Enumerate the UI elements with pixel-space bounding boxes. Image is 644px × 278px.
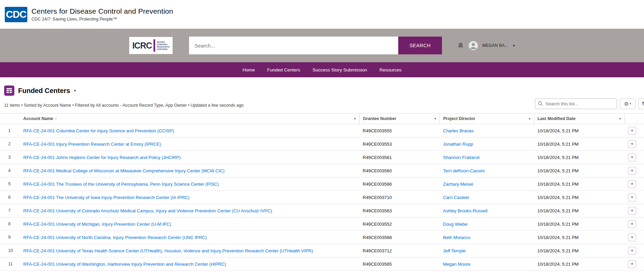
nav-item-resources[interactable]: Resources [379,67,402,72]
account-name-link[interactable]: RFA-CE-24-001 University of Washington, … [23,262,226,267]
row-actions-button[interactable]: ▾ [628,167,636,175]
cdc-header: CDC Centers for Disease Control and Prev… [0,0,644,29]
column-menu-chevron-down-icon[interactable]: ▾ [529,117,531,120]
last-modified-cell: 10/18/2024, 5:21 PM [534,231,625,244]
column-header-account-name[interactable]: Account Name ↑ ▾ [20,114,359,124]
project-director-link[interactable]: Terri deRoon-Cassini [443,168,484,173]
project-director-link[interactable]: Jonathan Rupp [443,142,473,147]
chevron-down-icon: ▾ [631,209,633,212]
account-name-link[interactable]: RFA-CE-24-001 University of Michigan, In… [23,222,171,227]
project-director-link[interactable]: Megan Moore [443,262,470,267]
row-actions-button[interactable]: ▾ [628,127,636,135]
row-actions-button[interactable]: ▾ [628,154,636,161]
column-label: Grantee Number [363,116,397,121]
column-menu-chevron-down-icon[interactable]: ▾ [434,117,436,120]
project-director-link[interactable]: Shannon Frattaroli [443,155,480,160]
account-name-link[interactable]: RFA-CE-24-001 Johns Hopkins Center for I… [23,155,180,160]
project-director-link[interactable]: Doug Wiebe [443,222,468,227]
list-meta-text: 11 items • Sorted by Account Name • Filt… [4,103,244,109]
list-search-input[interactable] [535,98,617,109]
user-name[interactable]: MEGAN BA... [482,43,509,48]
column-menu-chevron-down-icon[interactable]: ▾ [619,117,621,120]
nav-item-funded-centers[interactable]: Funded Centers [267,67,300,72]
column-header-project-director[interactable]: Project Director ▾ [440,114,534,124]
gear-icon: ⚙ [624,101,629,107]
project-director-link[interactable]: Charles Branas [443,128,474,133]
cdc-tagline: CDC 24/7: Saving Lives, Protecting Peopl… [31,17,173,22]
list-view-selector-chevron-down-icon[interactable]: ▾ [74,88,76,93]
table-row: 6 RFA-CE-24-001 The University of Iowa I… [0,191,644,204]
grantee-number-cell: R49CE003553 [359,137,440,151]
cdc-logo: CDC [5,7,27,22]
table-row: 1 RFA-CE-24-001 Columbia Center for Inju… [0,124,644,137]
column-label: Last Modified Date [538,116,576,121]
row-actions-button[interactable]: ▾ [628,260,636,268]
table-row: 10 RFA-CE-24-001 University of Texas Hea… [0,244,644,257]
row-number-column-header [0,114,20,124]
user-avatar[interactable] [469,41,478,50]
project-director-link[interactable]: Beth Moracco [443,235,470,240]
table-row: 4 RFA-CE-24-001 Medical College of Wisco… [0,164,644,177]
account-name-link[interactable]: RFA-CE-24-001 Injury Prevention Research… [23,142,161,147]
notifications-bell-icon[interactable] [457,42,464,49]
project-director-link[interactable]: Carri Casteel [443,195,469,200]
grantee-number-cell: R49CE003712 [359,244,440,257]
chevron-down-icon: ▾ [631,262,633,266]
grantee-number-cell: R49CE003555 [359,124,440,137]
list-refresh-button[interactable]: ↻ [638,98,644,109]
chevron-down-icon: ▾ [631,169,633,172]
last-modified-cell: 10/18/2024, 5:21 PM [534,177,625,191]
column-label: Account Name [23,116,53,121]
project-director-link[interactable]: Zachary Meisel [443,182,473,187]
project-director-link[interactable]: Jeff Temple [443,248,466,253]
list-settings-button[interactable]: ⚙ ▾ [620,98,635,109]
icrc-logo-text: ICRC [132,41,152,51]
project-director-link[interactable]: Ashley Brooks-Russell [443,208,487,213]
cdc-title: Centers for Disease Control and Preventi… [31,7,173,15]
table-row: 3 RFA-CE-24-001 Johns Hopkins Center for… [0,151,644,164]
account-name-link[interactable]: RFA-CE-24-001 The Trustees of the Univer… [23,182,219,187]
icrc-logo: ICRC INJURY CONTROL RESEARCH CENTERS [129,37,173,54]
row-actions-button[interactable]: ▾ [628,140,636,148]
account-name-link[interactable]: RFA-CE-24-001 Medical College of Wiscons… [23,168,225,173]
global-search-input[interactable] [189,37,398,54]
chevron-down-icon: ▾ [631,196,633,199]
icrc-logo-bar [153,39,155,52]
row-actions-button[interactable]: ▾ [628,234,636,241]
row-actions-button[interactable]: ▾ [628,194,636,201]
grantee-number-cell: R49CE003565 [359,257,440,271]
last-modified-cell: 10/18/2024, 5:21 PM [534,204,625,217]
row-number: 1 [0,124,20,137]
last-modified-cell: 10/18/2024, 5:21 PM [534,244,625,257]
row-actions-button[interactable]: ▾ [628,207,636,215]
grantee-number-cell: R49CE003561 [359,151,440,164]
nav-item-home[interactable]: Home [242,67,255,72]
grantee-number-cell: R49CE003560 [359,164,440,177]
chevron-down-icon: ▾ [631,156,633,159]
row-actions-button[interactable]: ▾ [628,220,636,228]
account-name-link[interactable]: RFA-CE-24-001 University of Texas Health… [23,248,313,253]
last-modified-cell: 10/18/2024, 5:21 PM [534,151,625,164]
row-number: 4 [0,164,20,177]
last-modified-cell: 10/18/2024, 5:21 PM [534,137,625,151]
sort-ascending-icon: ↑ [55,116,57,121]
table-row: 9 RFA-CE-24-001 University of North Caro… [0,231,644,244]
account-name-link[interactable]: RFA-CE-24-001 University of North Caroli… [23,235,207,240]
global-search-button[interactable]: SEARCH [398,37,442,54]
account-name-link[interactable]: RFA-CE-24-001 University of Colorado Ans… [23,208,272,213]
account-name-link[interactable]: RFA-CE-24-001 The University of Iowa Inj… [23,195,189,200]
account-name-link[interactable]: RFA-CE-24-001 Columbia Center for Injury… [23,128,174,133]
row-actions-button[interactable]: ▾ [628,247,636,255]
row-number: 7 [0,204,20,217]
search-icon [538,101,543,106]
funded-centers-table: Account Name ↑ ▾ Grantee Number ▾ Projec… [0,113,644,271]
nav-item-success-story-submission[interactable]: Success Story Submission [312,67,367,72]
column-header-grantee-number[interactable]: Grantee Number ▾ [359,114,440,124]
chevron-down-icon: ▾ [631,249,633,252]
row-actions-button[interactable]: ▾ [628,180,636,188]
user-menu-chevron-down-icon[interactable]: ▾ [513,44,515,48]
column-header-last-modified-date[interactable]: Last Modified Date ▾ [534,114,625,124]
column-menu-chevron-down-icon[interactable]: ▾ [354,117,356,120]
chevron-down-icon: ▾ [631,129,633,132]
grantee-number-cell: R49CE003710 [359,191,440,204]
